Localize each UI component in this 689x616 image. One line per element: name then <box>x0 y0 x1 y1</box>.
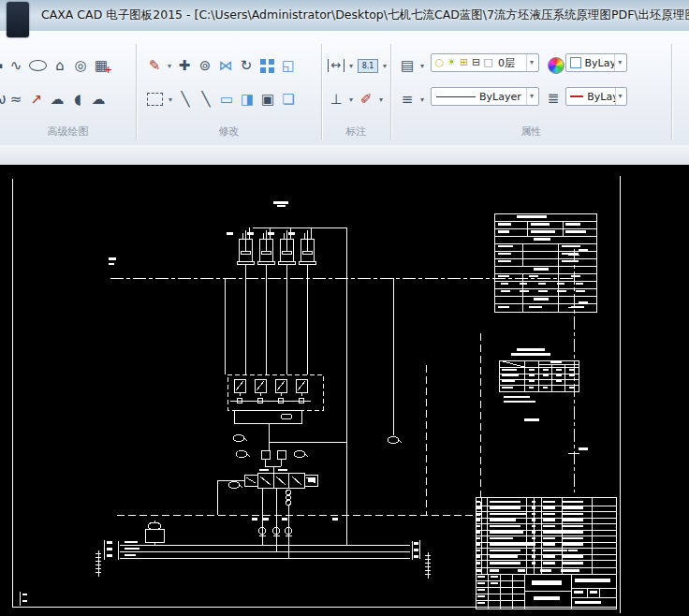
clipboard-tool-icon[interactable]: ◨ <box>237 88 257 110</box>
title-block <box>476 497 616 609</box>
polygon-tool-icon[interactable]: ⌂ <box>50 54 70 77</box>
stretch-tool-icon[interactable] <box>147 93 163 106</box>
app-menu-icon[interactable] <box>7 2 29 37</box>
extend-tool-icon[interactable]: ▭ <box>216 88 237 110</box>
panel-advanced-drawing: ▪ ∿ ⌂ ◎ ▦+ ω ≈ ↗ ☁ ◖ ☁ 高级绘图 <box>0 31 136 145</box>
cone-tool-icon[interactable]: ◖ <box>67 88 88 110</box>
scale-tool-icon[interactable]: ◱ <box>278 54 299 77</box>
chevron-down-icon[interactable]: ▾ <box>346 62 356 70</box>
line-color-value: ByLay <box>587 91 615 103</box>
chevron-down-icon[interactable]: ▾ <box>418 95 427 104</box>
chevron-down-icon[interactable]: ▾ <box>166 95 175 104</box>
chevron-down-icon[interactable]: ▾ <box>380 62 389 70</box>
sheet-frame <box>12 176 620 613</box>
linetype-select[interactable]: ByLayer ▾ <box>431 87 539 106</box>
centerlines <box>109 249 588 515</box>
panel-label-advanced-drawing: 高级绘图 <box>0 125 136 139</box>
line-color-select[interactable]: ByLay ▾ <box>565 87 627 106</box>
linetype-value: ByLayer <box>479 91 521 103</box>
array-tool-icon[interactable] <box>260 59 274 73</box>
chevron-down-icon[interactable]: ▾ <box>418 62 427 70</box>
cylinders-group <box>225 227 402 545</box>
drawing-area[interactable] <box>0 165 689 616</box>
titlebar: CAXA CAD 电子图板2015 - [C:\Users\Administra… <box>0 0 689 32</box>
layer-value: 0层 <box>498 56 515 70</box>
chevron-down-icon[interactable]: ▾ <box>526 54 536 71</box>
table-tool-icon[interactable]: ▦+ <box>91 54 111 77</box>
eraser-pencil-icon[interactable]: ✎ <box>144 54 165 77</box>
layer-print-icon: ⊟ <box>470 51 482 74</box>
cad-schematic <box>0 165 689 616</box>
wave-line-icon[interactable]: ≈ <box>6 88 26 110</box>
revision-cloud-icon[interactable]: ☁ <box>47 88 67 110</box>
overlap-squares-icon[interactable]: ❏ <box>278 88 299 110</box>
arrow-tool-icon[interactable]: ↗ <box>26 88 47 110</box>
linetype-sample-icon <box>436 96 476 97</box>
layer-freeze-icon: ☀ <box>446 51 458 74</box>
panel-divider <box>671 44 673 139</box>
trim-tool-icon[interactable]: ╲ <box>196 88 216 110</box>
layer-color-icon: □ <box>482 51 494 74</box>
panel-dimension: ↔ ▾ 8.1 ▾ ⊥ ▾ ✐ ▾ 标注 <box>322 31 390 145</box>
dimension-tool-icon[interactable]: ↔ <box>328 59 344 72</box>
chevron-down-icon[interactable]: ▾ <box>165 62 174 70</box>
coordinate-dim-icon[interactable]: ⊥ <box>326 88 346 110</box>
line-width-icon[interactable]: ≡ <box>397 88 418 110</box>
panel-label-properties: 属性 <box>391 125 671 139</box>
plus-badge-icon: + <box>105 66 112 75</box>
layer-settings-icon[interactable]: ▤ <box>397 54 418 77</box>
solid-box-icon[interactable]: ▣ <box>257 88 278 110</box>
window-title: CAXA CAD 电子图板2015 - [C:\Users\Administra… <box>41 7 689 23</box>
cloud-shape-icon[interactable]: ☁ <box>88 88 109 110</box>
chevron-down-icon[interactable]: ▾ <box>526 88 536 105</box>
layer-lock-icon: ⊞ <box>458 51 470 74</box>
function-table <box>499 348 579 421</box>
color-select[interactable]: ByLay ▾ <box>565 53 627 72</box>
copy-tool-icon[interactable]: ⊚ <box>195 54 215 77</box>
chevron-down-icon[interactable]: ▾ <box>376 95 386 104</box>
color-swatch-icon <box>570 57 581 68</box>
manifold-lines <box>95 521 431 579</box>
color-value: ByLay <box>585 57 615 69</box>
break-tool-icon[interactable]: ╲ <box>175 88 196 110</box>
color-wheel-icon[interactable] <box>548 57 564 74</box>
layer-select[interactable]: ○ ☀ ⊞ ⊟ □ 0层 ▾ <box>431 53 539 72</box>
chevron-down-icon[interactable]: ▾ <box>615 88 624 105</box>
valve-station <box>227 374 346 450</box>
chevron-down-icon[interactable]: ▾ <box>346 95 356 104</box>
chevron-down-icon[interactable]: ▾ <box>614 54 624 71</box>
panel-modify: ✎ ▾ ✚ ⊚ ⋈ ↻ ◱ ▾ ╲ ╲ ▭ ◨ ▣ ❏ 修改 <box>137 31 321 145</box>
panel-label-modify: 修改 <box>137 125 321 139</box>
text-edit-icon[interactable]: ✐ <box>356 88 376 110</box>
tolerance-tool-icon[interactable]: 8.1 <box>358 59 378 73</box>
top-label <box>273 201 288 207</box>
application-window: CAXA CAD 电子图板2015 - [C:\Users\Administra… <box>0 0 689 616</box>
formula-curve-icon[interactable]: ∿ <box>6 54 26 77</box>
mirror-tool-icon[interactable]: ⋈ <box>215 54 236 77</box>
move-tool-icon[interactable]: ✚ <box>174 54 195 77</box>
line-color-swatch-icon <box>570 95 583 97</box>
ellipse-tool-icon[interactable] <box>29 60 47 71</box>
panel-properties: ▤ ▾ ≡ ▾ ○ ☀ ⊞ ⊟ □ 0层 ▾ ByLayer ▾ <box>391 31 671 145</box>
ribbon: ▪ ∿ ⌂ ◎ ▦+ ω ≈ ↗ ☁ ◖ ☁ 高级绘图 ✎ ▾ <box>0 31 689 146</box>
directional-valve <box>217 450 338 558</box>
layer-on-icon: ○ <box>433 51 446 74</box>
ribbon-lower-strip <box>0 145 689 166</box>
parameter-table <box>494 213 596 312</box>
linetype-list-icon[interactable]: ≣ <box>543 87 564 110</box>
rotate-tool-icon[interactable]: ↻ <box>236 54 257 77</box>
panel-label-dimension: 标注 <box>322 125 390 139</box>
circle-tangent-icon[interactable]: ◎ <box>70 54 91 77</box>
